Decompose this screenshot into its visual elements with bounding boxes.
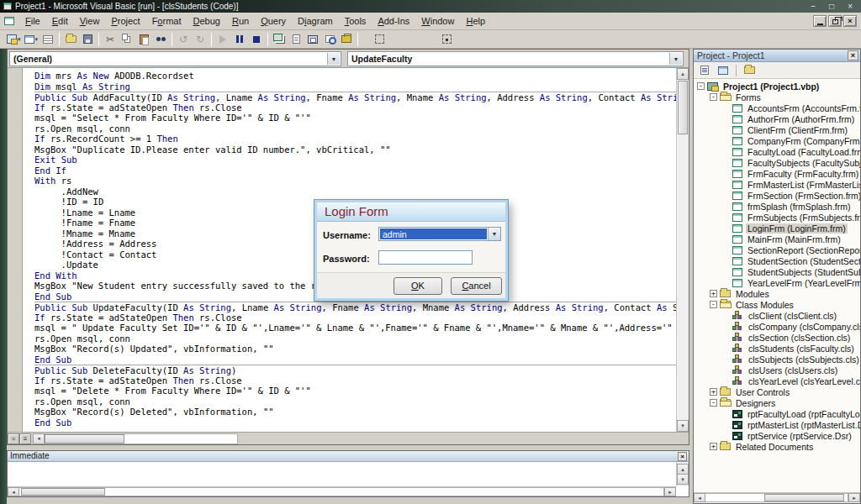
tree-item-sectionreport[interactable]: SectionReport (SectionReport.frm) — [694, 244, 860, 255]
child-minimize-button[interactable] — [813, 15, 827, 27]
tree-item-clsyearlevel[interactable]: clsYearLevel (clsYearLevel.cls) — [694, 375, 860, 386]
tree-item-forms[interactable]: -Forms — [694, 92, 860, 102]
cancel-button[interactable]: Cancel — [451, 277, 502, 295]
redo-icon[interactable]: ↻ — [192, 32, 209, 47]
tree-item-studentsection[interactable]: StudentSection (StudentSection.frm) — [694, 255, 860, 266]
tree-item-rptfacultyload[interactable]: rptFacultyLoad (rptFacultyLoad.Dsr) — [694, 408, 860, 419]
scroll-left-icon[interactable]: ◂ — [8, 487, 19, 496]
username-combobox[interactable]: admin ▼ — [378, 227, 501, 241]
cut-icon[interactable]: ✂ — [102, 32, 119, 47]
menu-add-ins[interactable]: Add-Ins — [372, 14, 415, 28]
scroll-down-icon[interactable]: ▾ — [677, 474, 689, 485]
immediate-vertical-scrollbar[interactable]: ▴ ▾ — [676, 462, 689, 486]
scroll-left-icon[interactable]: ◂ — [33, 433, 45, 444]
paste-icon[interactable] — [135, 32, 152, 47]
procedure-view-button[interactable]: = — [8, 433, 19, 444]
tree-item-modules[interactable]: +Modules — [694, 288, 860, 299]
tree-item-rptmasterlist[interactable]: rptMasterList (rptMasterList.Dsr) — [694, 419, 860, 430]
scroll-right-icon[interactable]: ▸ — [848, 493, 860, 502]
view-object-button[interactable] — [715, 64, 732, 77]
scroll-right-icon[interactable]: ▸ — [664, 487, 676, 496]
tree-item-project1[interactable]: -Project1 (Project1.vbp) — [694, 81, 860, 92]
tree-item-frmmasterlist[interactable]: FrmMasterList (FrmMasterList.frm) — [694, 179, 860, 190]
scrollbar-thumb[interactable] — [45, 434, 124, 444]
code-margin-indicator-bar[interactable] — [8, 68, 23, 432]
child-restore-button[interactable] — [828, 15, 842, 27]
close-icon[interactable]: × — [848, 50, 858, 60]
form-position-indicator-icon[interactable] — [371, 32, 388, 47]
tree-item-related[interactable]: +Related Documents — [694, 441, 860, 452]
scroll-up-icon[interactable]: ▴ — [677, 68, 689, 80]
tree-item-accountsfrm[interactable]: AccountsFrm (AccountsFrm.frm) — [694, 102, 860, 113]
menu-editor-icon[interactable] — [40, 32, 56, 47]
close-icon[interactable]: × — [678, 452, 687, 461]
expand-icon[interactable]: + — [710, 443, 717, 450]
chevron-down-icon[interactable]: ▼ — [669, 53, 682, 65]
collapse-icon[interactable]: - — [710, 399, 717, 407]
scrollbar-thumb[interactable] — [21, 488, 105, 496]
minimize-button[interactable]: − — [811, 2, 816, 11]
menu-format[interactable]: Format — [146, 14, 188, 28]
scrollbar-thumb[interactable] — [764, 494, 844, 501]
close-button[interactable]: × — [848, 2, 853, 11]
properties-window-icon[interactable] — [288, 32, 304, 47]
undo-icon[interactable]: ↺ — [175, 32, 192, 47]
tree-item-yearlevelfrm[interactable]: YearLevelFrm (YearLevelFrm.frm) — [694, 277, 860, 288]
menu-project[interactable]: Project — [105, 14, 145, 28]
tree-item-rptservice[interactable]: rptService (rptService.Dsr) — [694, 430, 860, 441]
procedure-combobox[interactable]: UpdateFaculty ▼ — [347, 51, 684, 66]
password-field[interactable] — [378, 250, 473, 265]
maximize-button[interactable]: □ — [829, 2, 834, 11]
scrollbar-thumb[interactable] — [678, 81, 688, 134]
menu-diagram[interactable]: Diagram — [292, 14, 339, 28]
end-icon[interactable] — [248, 32, 265, 47]
tree-item-frmfaculty[interactable]: FrmFaculty (FrmFaculty.frm) — [694, 168, 860, 179]
menu-tools[interactable]: Tools — [339, 14, 372, 28]
menu-view[interactable]: View — [74, 14, 106, 28]
tree-item-facultysubjects[interactable]: FacultySubjects (FacultySubjects.frm) — [694, 157, 860, 168]
tree-item-companyfrm[interactable]: CompanyFrm (CompanyFrm.frm) — [694, 135, 860, 146]
view-code-button[interactable] — [696, 64, 713, 77]
tree-item-clssection[interactable]: clsSection (clsSection.cls) — [694, 332, 860, 343]
ok-button[interactable]: OK — [394, 277, 442, 295]
tree-item-facultyload[interactable]: FacultyLoad (FacultyLoad.frm) — [694, 146, 860, 157]
full-module-view-button[interactable]: ≡ — [19, 433, 31, 444]
find-icon[interactable] — [152, 32, 169, 47]
child-close-button[interactable]: × — [843, 15, 857, 27]
immediate-input-area[interactable] — [8, 462, 676, 486]
expand-icon[interactable]: + — [710, 388, 717, 396]
menu-help[interactable]: Help — [460, 14, 491, 28]
object-browser-icon[interactable] — [321, 32, 338, 47]
immediate-titlebar[interactable]: Immediate × — [8, 451, 689, 462]
menu-run[interactable]: Run — [226, 14, 255, 28]
tree-item-clscompany[interactable]: clsCompany (clsCompany.cls) — [694, 321, 860, 332]
tree-item-studentsubjects[interactable]: StudentSubjects (StudentSubjects.frm) — [694, 266, 860, 277]
tree-item-clssubjects[interactable]: clsSubjects (clsSubjects.cls) — [694, 354, 860, 365]
add-project-icon[interactable]: ▾ — [5, 32, 23, 47]
scroll-down-icon[interactable]: ▾ — [677, 420, 689, 432]
menu-query[interactable]: Query — [255, 14, 292, 28]
tree-item-clsusers[interactable]: clsUsers (clsUsers.cls) — [694, 365, 860, 375]
tree-item-user[interactable]: +User Controls — [694, 386, 860, 397]
save-project-icon[interactable] — [79, 32, 96, 47]
tree-item-frmsection[interactable]: FrmSection (FrmSection.frm) — [694, 190, 860, 201]
scroll-left-icon[interactable]: ◂ — [694, 493, 705, 502]
tree-item-mainfrm[interactable]: MainFrm (MainFrm.frm) — [694, 234, 860, 244]
start-icon[interactable] — [214, 32, 231, 47]
collapse-icon[interactable]: - — [697, 82, 705, 90]
toggle-folders-button[interactable] — [741, 64, 758, 77]
tree-item-frmsplash[interactable]: frmSplash (frmSplash.frm) — [694, 201, 860, 212]
menu-debug[interactable]: Debug — [187, 14, 225, 28]
tree-item-designers[interactable]: -Designers — [694, 397, 860, 408]
toolbox-icon[interactable] — [338, 32, 355, 47]
tree-item-class[interactable]: -Class Modules — [694, 299, 860, 310]
chevron-down-icon[interactable]: ▼ — [327, 53, 340, 65]
code-vertical-scrollbar[interactable]: ▴ ▾ — [676, 68, 689, 432]
menu-window[interactable]: Window — [415, 14, 460, 28]
tree-item-clsstudents[interactable]: clsStudents (clsFaculty.cls) — [694, 343, 860, 354]
expand-icon[interactable]: + — [710, 290, 717, 297]
add-form-icon[interactable]: ▾ — [23, 32, 40, 47]
tree-item-frmsubjects[interactable]: FrmSubjects (FrmSubjects.frm) — [694, 212, 860, 223]
login-dialog-titlebar[interactable]: Login Form — [317, 202, 505, 222]
project-explorer-titlebar[interactable]: Project - Project1 × — [694, 50, 860, 62]
